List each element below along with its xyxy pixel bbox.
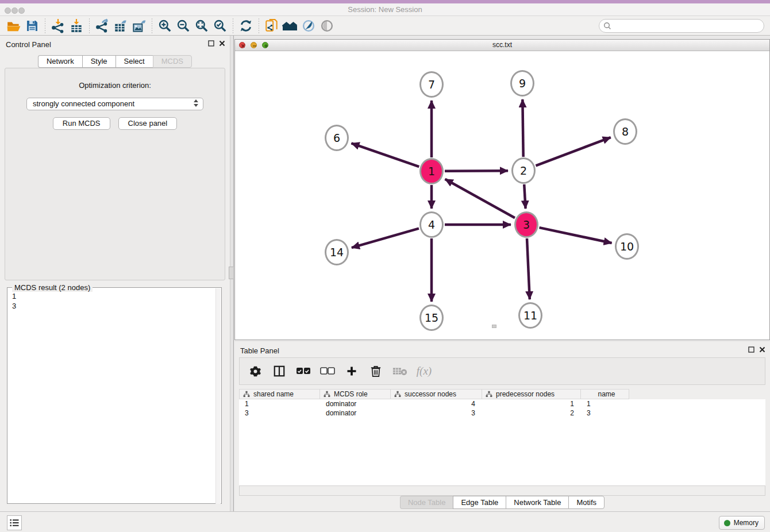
panel-splitter-handle[interactable] [229,267,234,279]
cell-name[interactable]: 3 [581,408,629,418]
tab-motifs[interactable]: Motifs [568,496,605,509]
column-header-shared-name[interactable]: shared name [239,389,320,399]
table-row[interactable]: 1 dominator 4 1 1 [239,399,629,408]
node-2[interactable]: 2 [511,157,536,184]
zoom-selected-button[interactable] [211,18,229,34]
style-preview-button[interactable] [299,18,318,34]
node-14[interactable]: 14 [325,239,349,265]
criterion-select[interactable]: strongly connected component [26,98,203,110]
node-3[interactable]: 3 [514,211,538,238]
node-4[interactable]: 4 [419,211,444,238]
create-column-button[interactable] [344,364,359,379]
edge-1-2[interactable] [445,171,508,171]
run-mcds-button[interactable]: Run MCDS [53,117,110,130]
column-label: MCDS role [334,390,368,398]
table-row[interactable]: 3 dominator 3 2 3 [239,408,629,418]
show-log-button[interactable] [7,515,22,530]
network-minimize-button[interactable] [251,42,257,48]
cell-shared-name[interactable]: 1 [239,399,320,408]
node-6[interactable]: 6 [325,125,349,151]
eye-icon [319,18,334,33]
node-8[interactable]: 8 [613,118,637,145]
delete-column-button[interactable] [368,364,383,379]
maximize-window-button[interactable] [18,7,25,14]
float-panel-icon[interactable] [748,346,754,353]
column-header-predecessor-nodes[interactable]: predecessor nodes [482,389,581,399]
apply-function-button[interactable]: f(x) [417,364,432,379]
tab-mcds[interactable]: MCDS [153,55,192,68]
node-11[interactable]: 11 [518,302,542,329]
cell-predecessor-nodes[interactable]: 2 [482,408,581,418]
cell-name[interactable]: 1 [581,399,629,408]
cell-successor-nodes[interactable]: 4 [391,399,482,408]
export-network-button[interactable] [93,18,111,34]
open-folder-icon [6,18,21,33]
edge-1-6[interactable] [351,143,419,167]
result-scrollbar[interactable] [215,288,221,504]
edge-3-11[interactable] [527,238,530,299]
node-9[interactable]: 9 [510,70,534,97]
edge-2-3[interactable] [524,184,525,209]
import-table-button[interactable] [67,18,86,34]
column-header-name[interactable]: name [581,389,629,399]
search-input[interactable] [599,19,764,33]
cell-predecessor-nodes[interactable]: 1 [482,399,581,408]
zoom-fit-button[interactable] [192,18,211,34]
close-panel-icon[interactable] [219,40,225,47]
edge-2-9[interactable] [522,99,523,157]
network-close-button[interactable] [239,42,245,48]
memory-button[interactable]: Memory [719,516,765,530]
network-zoom-button[interactable] [262,42,268,48]
cell-shared-name[interactable]: 3 [239,408,320,418]
network-window-titlebar[interactable]: scc.txt [235,40,769,51]
close-panel-icon[interactable] [759,346,765,353]
mcds-result-title: MCDS result (2 nodes) [12,283,93,292]
tab-edge-table[interactable]: Edge Table [453,496,506,509]
zoom-selected-icon [213,18,228,33]
close-panel-button[interactable]: Close panel [118,117,178,130]
edge-4-14[interactable] [352,229,419,248]
table-horizontal-scrollbar[interactable] [239,485,765,496]
canvas-resize-handle[interactable] [492,325,496,328]
column-header-mcds-role[interactable]: MCDS role [320,389,391,399]
export-table-button[interactable] [111,18,130,34]
list-icon [10,519,19,527]
network-canvas[interactable]: 7968124314101511 [235,51,769,340]
cell-mcds-role[interactable]: dominator [320,399,391,408]
refresh-layout-button[interactable] [237,18,255,34]
zoom-out-button[interactable] [174,18,192,34]
tab-network[interactable]: Network [38,55,82,68]
edge-2-8[interactable] [536,137,610,165]
node-7[interactable]: 7 [419,71,444,98]
node-1[interactable]: 1 [419,158,444,184]
tab-style[interactable]: Style [82,55,116,68]
delete-table-button[interactable] [392,364,407,379]
cell-mcds-role[interactable]: dominator [320,408,391,418]
column-settings-button[interactable] [248,364,263,379]
edge-3-10[interactable] [539,228,611,243]
float-panel-icon[interactable] [208,40,214,47]
select-all-icon [296,367,311,375]
delete-table-icon [392,366,407,376]
tab-select[interactable]: Select [116,55,153,68]
show-columns-button[interactable] [272,364,287,379]
column-header-successor-nodes[interactable]: successor nodes [391,389,482,399]
cell-successor-nodes[interactable]: 3 [391,408,482,418]
hide-panel-button[interactable] [318,18,336,34]
node-15[interactable]: 15 [419,304,444,331]
save-session-button[interactable] [23,18,41,34]
tab-network-table[interactable]: Network Table [506,496,568,509]
network-documents-button[interactable] [263,18,281,34]
home-button[interactable] [281,18,299,34]
export-image-button[interactable] [130,18,148,34]
close-window-button[interactable] [5,7,11,14]
deselect-all-columns-button[interactable] [320,364,335,379]
select-all-columns-button[interactable] [296,364,311,379]
edge-3-1[interactable] [445,179,515,218]
node-10[interactable]: 10 [615,233,639,260]
minimize-window-button[interactable] [11,7,18,14]
import-network-button[interactable] [49,18,67,34]
tab-node-table[interactable]: Node Table [400,496,453,509]
zoom-in-button[interactable] [156,18,174,34]
open-session-button[interactable] [5,18,23,34]
